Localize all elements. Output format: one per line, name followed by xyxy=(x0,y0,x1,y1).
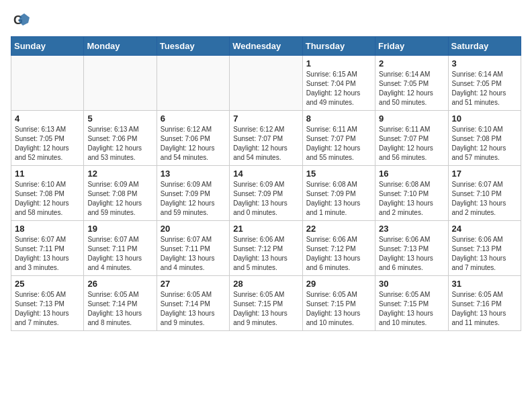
day-number: 16 xyxy=(379,169,444,179)
logo: G xyxy=(11,11,31,30)
day-info: Sunrise: 6:10 AM Sunset: 7:08 PM Dayligh… xyxy=(452,125,517,163)
calendar-week-4: 18Sunrise: 6:07 AM Sunset: 7:11 PM Dayli… xyxy=(11,221,521,276)
day-info: Sunrise: 6:05 AM Sunset: 7:15 PM Dayligh… xyxy=(379,290,444,328)
logo-icon: G xyxy=(12,11,31,30)
calendar-cell: 17Sunrise: 6:07 AM Sunset: 7:10 PM Dayli… xyxy=(448,166,521,221)
day-number: 17 xyxy=(452,169,517,179)
day-info: Sunrise: 6:09 AM Sunset: 7:08 PM Dayligh… xyxy=(87,180,152,218)
calendar-cell: 19Sunrise: 6:07 AM Sunset: 7:11 PM Dayli… xyxy=(84,221,157,276)
day-number: 27 xyxy=(161,279,226,289)
calendar-cell: 16Sunrise: 6:08 AM Sunset: 7:10 PM Dayli… xyxy=(375,166,448,221)
day-info: Sunrise: 6:12 AM Sunset: 7:07 PM Dayligh… xyxy=(233,125,298,163)
weekday-saturday: Saturday xyxy=(448,37,521,56)
day-info: Sunrise: 6:05 AM Sunset: 7:15 PM Dayligh… xyxy=(306,290,371,328)
calendar-cell: 24Sunrise: 6:06 AM Sunset: 7:13 PM Dayli… xyxy=(448,221,521,276)
calendar-cell: 2Sunrise: 6:14 AM Sunset: 7:05 PM Daylig… xyxy=(375,56,448,111)
day-info: Sunrise: 6:06 AM Sunset: 7:12 PM Dayligh… xyxy=(233,235,298,273)
day-info: Sunrise: 6:12 AM Sunset: 7:06 PM Dayligh… xyxy=(161,125,226,163)
calendar-cell: 29Sunrise: 6:05 AM Sunset: 7:15 PM Dayli… xyxy=(302,276,375,331)
day-info: Sunrise: 6:14 AM Sunset: 7:05 PM Dayligh… xyxy=(379,70,444,107)
day-info: Sunrise: 6:07 AM Sunset: 7:10 PM Dayligh… xyxy=(452,180,517,218)
day-info: Sunrise: 6:14 AM Sunset: 7:05 PM Dayligh… xyxy=(452,70,517,107)
day-number: 30 xyxy=(379,279,444,289)
day-number: 5 xyxy=(87,113,152,124)
day-number: 12 xyxy=(87,169,152,179)
weekday-wednesday: Wednesday xyxy=(230,37,302,56)
day-number: 10 xyxy=(452,113,517,124)
calendar-cell: 12Sunrise: 6:09 AM Sunset: 7:08 PM Dayli… xyxy=(84,166,157,221)
calendar-week-2: 4Sunrise: 6:13 AM Sunset: 7:05 PM Daylig… xyxy=(11,111,521,166)
day-info: Sunrise: 6:13 AM Sunset: 7:05 PM Dayligh… xyxy=(15,125,80,163)
calendar-cell: 8Sunrise: 6:11 AM Sunset: 7:07 PM Daylig… xyxy=(302,111,375,166)
day-info: Sunrise: 6:06 AM Sunset: 7:13 PM Dayligh… xyxy=(452,235,517,273)
day-info: Sunrise: 6:06 AM Sunset: 7:12 PM Dayligh… xyxy=(306,235,371,273)
weekday-thursday: Thursday xyxy=(302,37,375,56)
calendar-cell xyxy=(230,56,302,111)
day-number: 11 xyxy=(15,169,80,179)
day-number: 18 xyxy=(15,224,80,234)
day-number: 26 xyxy=(87,279,152,289)
day-number: 25 xyxy=(15,279,80,289)
calendar-cell: 31Sunrise: 6:05 AM Sunset: 7:16 PM Dayli… xyxy=(448,276,521,331)
day-info: Sunrise: 6:07 AM Sunset: 7:11 PM Dayligh… xyxy=(15,235,80,273)
calendar-cell: 23Sunrise: 6:06 AM Sunset: 7:13 PM Dayli… xyxy=(375,221,448,276)
page-header: G xyxy=(11,11,521,30)
calendar-cell xyxy=(11,56,84,111)
day-number: 20 xyxy=(161,224,226,234)
calendar-cell: 14Sunrise: 6:09 AM Sunset: 7:09 PM Dayli… xyxy=(230,166,302,221)
day-number: 23 xyxy=(379,224,444,234)
day-number: 13 xyxy=(161,169,226,179)
day-number: 19 xyxy=(87,224,152,234)
calendar-cell: 10Sunrise: 6:10 AM Sunset: 7:08 PM Dayli… xyxy=(448,111,521,166)
calendar-cell xyxy=(157,56,229,111)
weekday-monday: Monday xyxy=(84,37,157,56)
calendar-cell: 11Sunrise: 6:10 AM Sunset: 7:08 PM Dayli… xyxy=(11,166,84,221)
calendar-cell: 13Sunrise: 6:09 AM Sunset: 7:09 PM Dayli… xyxy=(157,166,229,221)
day-info: Sunrise: 6:07 AM Sunset: 7:11 PM Dayligh… xyxy=(87,235,152,273)
calendar-week-5: 25Sunrise: 6:05 AM Sunset: 7:13 PM Dayli… xyxy=(11,276,521,331)
day-number: 31 xyxy=(452,279,517,289)
day-number: 28 xyxy=(233,279,298,289)
calendar-cell: 5Sunrise: 6:13 AM Sunset: 7:06 PM Daylig… xyxy=(84,111,157,166)
calendar-week-3: 11Sunrise: 6:10 AM Sunset: 7:08 PM Dayli… xyxy=(11,166,521,221)
calendar-cell: 4Sunrise: 6:13 AM Sunset: 7:05 PM Daylig… xyxy=(11,111,84,166)
day-number: 6 xyxy=(161,113,226,124)
day-number: 9 xyxy=(379,113,444,124)
day-number: 3 xyxy=(452,58,517,68)
calendar-table: SundayMondayTuesdayWednesdayThursdayFrid… xyxy=(11,36,521,331)
day-number: 29 xyxy=(306,279,371,289)
day-number: 1 xyxy=(306,58,371,68)
day-number: 2 xyxy=(379,58,444,68)
weekday-tuesday: Tuesday xyxy=(157,37,229,56)
day-info: Sunrise: 6:10 AM Sunset: 7:08 PM Dayligh… xyxy=(15,180,80,218)
calendar-week-1: 1Sunrise: 6:15 AM Sunset: 7:04 PM Daylig… xyxy=(11,56,521,111)
calendar-cell: 21Sunrise: 6:06 AM Sunset: 7:12 PM Dayli… xyxy=(230,221,302,276)
day-info: Sunrise: 6:06 AM Sunset: 7:13 PM Dayligh… xyxy=(379,235,444,273)
calendar-cell: 26Sunrise: 6:05 AM Sunset: 7:14 PM Dayli… xyxy=(84,276,157,331)
calendar-cell: 18Sunrise: 6:07 AM Sunset: 7:11 PM Dayli… xyxy=(11,221,84,276)
calendar-cell: 7Sunrise: 6:12 AM Sunset: 7:07 PM Daylig… xyxy=(230,111,302,166)
calendar-cell: 3Sunrise: 6:14 AM Sunset: 7:05 PM Daylig… xyxy=(448,56,521,111)
calendar-cell: 22Sunrise: 6:06 AM Sunset: 7:12 PM Dayli… xyxy=(302,221,375,276)
day-info: Sunrise: 6:09 AM Sunset: 7:09 PM Dayligh… xyxy=(233,180,298,218)
day-number: 15 xyxy=(306,169,371,179)
day-info: Sunrise: 6:05 AM Sunset: 7:14 PM Dayligh… xyxy=(161,290,226,328)
day-info: Sunrise: 6:11 AM Sunset: 7:07 PM Dayligh… xyxy=(379,125,444,163)
day-number: 7 xyxy=(233,113,298,124)
day-info: Sunrise: 6:05 AM Sunset: 7:14 PM Dayligh… xyxy=(87,290,152,328)
calendar-cell: 30Sunrise: 6:05 AM Sunset: 7:15 PM Dayli… xyxy=(375,276,448,331)
weekday-friday: Friday xyxy=(375,37,448,56)
calendar-cell: 9Sunrise: 6:11 AM Sunset: 7:07 PM Daylig… xyxy=(375,111,448,166)
day-number: 8 xyxy=(306,113,371,124)
calendar-cell: 6Sunrise: 6:12 AM Sunset: 7:06 PM Daylig… xyxy=(157,111,229,166)
day-info: Sunrise: 6:05 AM Sunset: 7:16 PM Dayligh… xyxy=(452,290,517,328)
day-info: Sunrise: 6:08 AM Sunset: 7:10 PM Dayligh… xyxy=(379,180,444,218)
day-number: 4 xyxy=(15,113,80,124)
calendar-cell: 20Sunrise: 6:07 AM Sunset: 7:11 PM Dayli… xyxy=(157,221,229,276)
day-info: Sunrise: 6:05 AM Sunset: 7:13 PM Dayligh… xyxy=(15,290,80,328)
weekday-sunday: Sunday xyxy=(11,37,84,56)
calendar-cell: 28Sunrise: 6:05 AM Sunset: 7:15 PM Dayli… xyxy=(230,276,302,331)
calendar-cell xyxy=(84,56,157,111)
weekday-header-row: SundayMondayTuesdayWednesdayThursdayFrid… xyxy=(11,37,521,56)
calendar-cell: 15Sunrise: 6:08 AM Sunset: 7:09 PM Dayli… xyxy=(302,166,375,221)
